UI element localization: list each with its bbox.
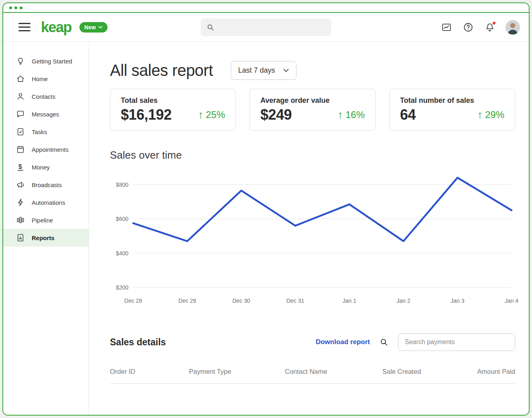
table-header-row: Order ID Payment Type Contact Name Sale … [110, 368, 515, 384]
hamburger-menu-button[interactable] [17, 21, 32, 33]
stat-value: $16,192 [121, 106, 172, 123]
home-icon [16, 74, 25, 83]
header-actions [441, 20, 520, 35]
stat-card-total-number-of-sales: Total number of sales 64 ↑ 29% [389, 89, 515, 130]
svg-text:Jan 3: Jan 3 [451, 298, 464, 304]
up-arrow-icon: ↑ [477, 110, 483, 120]
sidebar-item-home[interactable]: Home [3, 70, 89, 88]
sidebar-item-label: Tasks [32, 128, 47, 135]
stat-label: Total number of sales [400, 96, 504, 105]
window-dot [9, 6, 12, 9]
column-header-contact-name: Contact Name [285, 368, 382, 375]
help-icon [463, 22, 473, 33]
stat-value: $249 [260, 106, 292, 123]
svg-text:$600: $600 [116, 216, 128, 222]
svg-text:$: $ [18, 163, 22, 170]
analytics-icon-button[interactable] [441, 21, 453, 33]
sidebar-item-messages[interactable]: Messages [3, 105, 89, 123]
window-dot [20, 6, 22, 9]
app-header: keap New [3, 13, 529, 42]
sidebar-item-label: Appointments [32, 146, 69, 153]
svg-text:Jan 4: Jan 4 [505, 298, 518, 304]
window-dot [14, 6, 17, 9]
svg-text:Dec 28: Dec 28 [124, 298, 142, 304]
sidebar-item-getting-started[interactable]: Getting Started [3, 52, 89, 70]
main-content: All sales report Last 7 days Total sales… [89, 42, 529, 415]
sidebar-item-automations[interactable]: Automations [3, 194, 89, 211]
sidebar-item-label: Money [32, 164, 50, 171]
stat-card-average-order-value: Average order value $249 ↑ 16% [250, 89, 376, 130]
avatar[interactable] [506, 20, 520, 35]
sidebar-item-label: Contacts [32, 93, 55, 100]
date-range-dropdown[interactable]: Last 7 days [231, 61, 296, 80]
sidebar-item-contacts[interactable]: Contacts [3, 88, 89, 105]
sidebar-item-broadcasts[interactable]: Broadcasts [3, 176, 89, 194]
keap-logo[interactable]: keap [41, 19, 71, 36]
notification-badge [492, 21, 496, 25]
avatar-photo [506, 20, 520, 35]
notifications-icon-button[interactable] [484, 21, 496, 33]
chart-title: Sales over time [110, 149, 515, 161]
svg-text:Jan 2: Jan 2 [396, 298, 410, 304]
column-header-sale-created: Sale Created [382, 368, 475, 375]
svg-text:Jan 1: Jan 1 [343, 298, 356, 304]
sales-details-section: Sales details Download report Order ID P… [110, 333, 515, 384]
sales-chart: $200$400$600$800Dec 28Dec 29Dec 30Dec 31… [110, 167, 515, 308]
sidebar-item-label: Broadcasts [32, 181, 62, 188]
stat-delta: ↑ 16% [337, 109, 365, 120]
svg-text:Dec 31: Dec 31 [286, 298, 305, 304]
stat-card-total-sales: Total sales $16,192 ↑ 25% [110, 89, 236, 130]
payments-search-input[interactable] [398, 333, 515, 351]
sidebar-item-appointments[interactable]: Appointments [3, 141, 89, 158]
app-window: keap New [2, 2, 530, 416]
sales-details-title: Sales details [110, 337, 166, 348]
new-badge-label: New [84, 24, 96, 31]
stat-delta: ↑ 29% [477, 109, 504, 120]
sidebar: Getting Started Home C [3, 42, 89, 415]
new-menu-button[interactable]: New [79, 22, 108, 33]
sidebar-item-label: Reports [32, 234, 55, 241]
lightning-icon [16, 198, 25, 207]
stat-delta-value: 29% [485, 109, 504, 120]
column-header-amount-paid: Amount Paid [475, 368, 515, 375]
sidebar-item-tasks[interactable]: Tasks [3, 123, 89, 141]
sidebar-item-pipeline[interactable]: Pipeline [3, 211, 89, 229]
help-icon-button[interactable] [462, 21, 474, 33]
up-arrow-icon: ↑ [198, 110, 203, 120]
sidebar-item-reports[interactable]: Reports [3, 229, 89, 247]
analytics-icon [441, 22, 452, 33]
search-icon[interactable] [380, 338, 388, 347]
pipeline-icon [16, 216, 25, 224]
person-icon [16, 92, 25, 101]
stat-value: 64 [400, 106, 416, 123]
window-titlebar [3, 3, 529, 13]
stats-row: Total sales $16,192 ↑ 25% Average order … [110, 89, 515, 130]
column-header-order-id: Order ID [110, 368, 189, 375]
calendar-icon [16, 145, 25, 154]
sidebar-item-label: Pipeline [32, 217, 53, 224]
sidebar-item-label: Getting Started [32, 58, 72, 65]
up-arrow-icon: ↑ [337, 110, 343, 120]
sidebar-item-money[interactable]: $ Money [3, 158, 89, 176]
chat-icon [16, 110, 25, 118]
date-range-value: Last 7 days [238, 66, 275, 75]
column-header-payment-type: Payment Type [189, 368, 285, 375]
svg-text:Dec 29: Dec 29 [179, 298, 197, 304]
report-icon [16, 233, 25, 242]
global-search-input[interactable] [219, 24, 326, 31]
stat-delta: ↑ 25% [198, 109, 225, 120]
dollar-icon: $ [16, 163, 25, 171]
lightbulb-icon [16, 57, 25, 65]
page-title: All sales report [110, 61, 213, 80]
download-report-link[interactable]: Download report [316, 338, 370, 346]
sidebar-item-label: Messages [32, 111, 59, 118]
sidebar-item-label: Automations [32, 199, 65, 206]
svg-text:Dec 30: Dec 30 [232, 298, 250, 304]
svg-text:$800: $800 [116, 181, 128, 188]
stat-delta-value: 25% [206, 109, 225, 120]
svg-text:$200: $200 [116, 284, 128, 291]
checklist-icon [16, 127, 25, 136]
sidebar-item-label: Home [32, 75, 48, 82]
global-search[interactable] [201, 18, 331, 36]
search-icon [207, 23, 215, 31]
